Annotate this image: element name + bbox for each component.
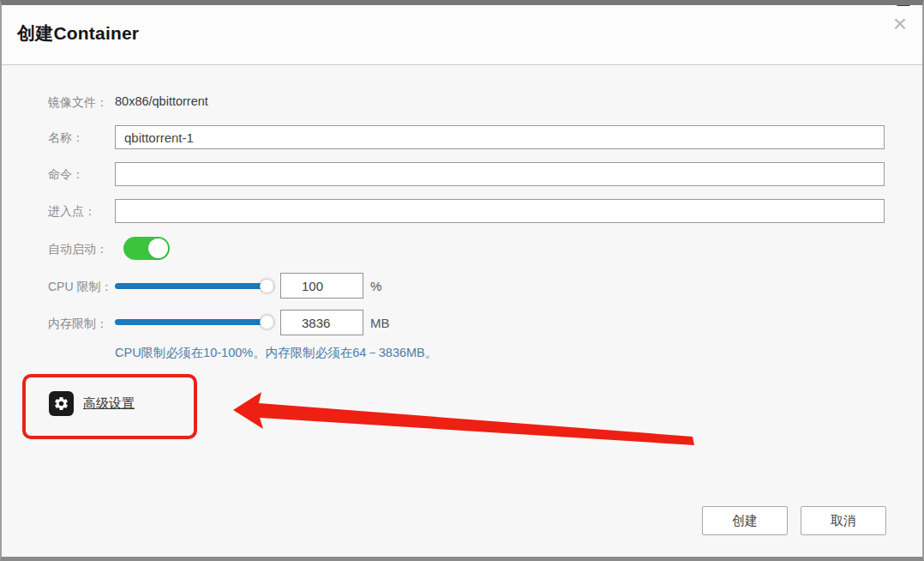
entrypoint-input[interactable] bbox=[115, 199, 885, 223]
autostart-toggle[interactable] bbox=[123, 237, 170, 260]
dialog-header: 创建Container × bbox=[2, 5, 922, 65]
cpu-slider[interactable] bbox=[115, 279, 274, 293]
memory-slider[interactable] bbox=[115, 315, 274, 329]
autostart-label: 自动启动： bbox=[48, 242, 108, 257]
close-icon[interactable]: × bbox=[890, 9, 910, 39]
name-input[interactable] bbox=[115, 125, 885, 149]
memory-slider-track bbox=[115, 319, 274, 325]
advanced-settings-link[interactable]: 高级设置 bbox=[83, 395, 135, 412]
create-container-dialog: 创建Container × 镜像文件： 80x86/qbittorrent 名称… bbox=[0, 0, 924, 561]
image-file-label: 镜像文件： bbox=[48, 95, 108, 111]
cpu-limit-label: CPU 限制： bbox=[48, 280, 112, 295]
toggle-knob-icon bbox=[148, 238, 168, 258]
entrypoint-label: 进入点： bbox=[48, 204, 96, 220]
create-button[interactable]: 创建 bbox=[702, 506, 788, 535]
memory-limit-label: 内存限制： bbox=[48, 317, 108, 332]
command-label: 命令： bbox=[48, 167, 84, 183]
cpu-slider-handle[interactable] bbox=[260, 279, 274, 293]
gear-icon[interactable] bbox=[49, 391, 74, 416]
cpu-limit-input[interactable] bbox=[280, 273, 363, 299]
name-label: 名称： bbox=[48, 130, 84, 146]
dialog-title: 创建Container bbox=[17, 21, 139, 45]
cancel-button[interactable]: 取消 bbox=[801, 506, 886, 535]
advanced-settings-highlight-box: 高级设置 bbox=[22, 374, 197, 439]
limits-hint-text: CPU限制必须在10-100%。内存限制必须在64－3836MB。 bbox=[115, 345, 437, 361]
cpu-slider-track bbox=[115, 283, 274, 289]
cursor-artifact bbox=[897, 0, 910, 6]
memory-slider-handle[interactable] bbox=[260, 315, 274, 329]
command-input[interactable] bbox=[115, 162, 885, 186]
image-file-value: 80x86/qbittorrent bbox=[115, 94, 208, 108]
cpu-unit-label: % bbox=[370, 279, 381, 293]
memory-unit-label: MB bbox=[370, 316, 390, 330]
dialog-body: 镜像文件： 80x86/qbittorrent 名称： 命令： 进入点： 自动启… bbox=[3, 70, 921, 552]
memory-limit-input[interactable] bbox=[280, 310, 363, 335]
